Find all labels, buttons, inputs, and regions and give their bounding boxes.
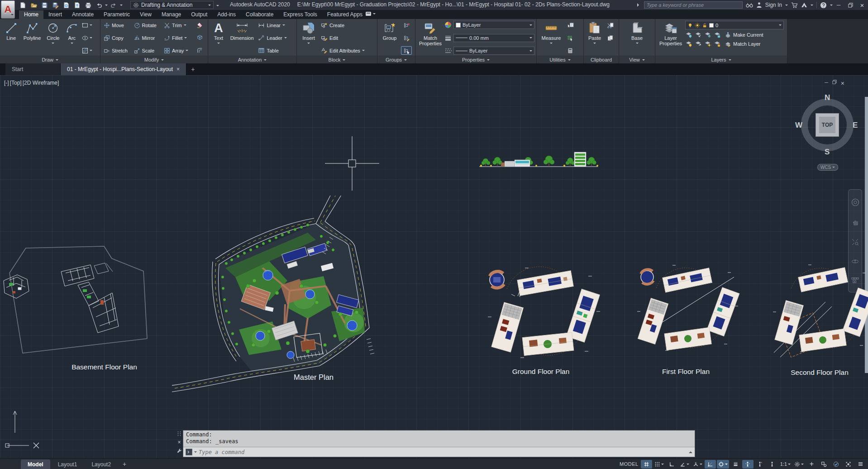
array-button[interactable]: Array xyxy=(162,46,193,55)
ribbon-tab-manage[interactable]: Manage xyxy=(157,10,186,19)
quick-calculator-button[interactable] xyxy=(565,46,576,55)
annotation-scale-icon-button[interactable] xyxy=(767,460,778,469)
group-edit-button[interactable] xyxy=(401,34,412,42)
crosshair-size-button[interactable]: + xyxy=(806,460,817,469)
panel-title-draw[interactable]: Draw xyxy=(0,56,100,63)
snap-toggle[interactable] xyxy=(653,460,665,469)
recent-commands-dropdown-icon[interactable] xyxy=(194,451,197,454)
rectangle-button[interactable] xyxy=(81,21,92,29)
model-tab[interactable]: Model xyxy=(21,459,50,469)
panel-title-clipboard[interactable]: Clipboard xyxy=(584,56,619,63)
layer-lock-button[interactable] xyxy=(714,31,721,38)
elevation-drawing[interactable] xyxy=(477,149,600,172)
save-to-web-button[interactable] xyxy=(72,1,82,10)
move-button[interactable]: Move xyxy=(102,21,132,29)
lineweight-list-icon[interactable] xyxy=(444,35,452,41)
help-icon[interactable] xyxy=(820,2,827,9)
viewcube[interactable]: N W E S TOP xyxy=(797,95,857,155)
undo-button[interactable] xyxy=(94,1,104,10)
first-floor-plan-drawing[interactable] xyxy=(634,261,742,365)
panel-title-utilities[interactable]: Utilities xyxy=(537,56,583,63)
grid-toggle[interactable] xyxy=(641,460,652,469)
erase-button[interactable] xyxy=(195,21,205,29)
open-from-web-button[interactable] xyxy=(62,1,71,10)
stretch-button[interactable]: Stretch xyxy=(102,46,132,55)
command-drag-handle[interactable] xyxy=(177,431,181,436)
annotation-scale-dropdown-icon[interactable] xyxy=(788,464,791,466)
panel-title-modify[interactable]: Modify xyxy=(100,56,208,63)
layer-properties-button[interactable]: Layer Properties xyxy=(657,20,684,55)
zoom-extents-icon[interactable] xyxy=(851,238,859,246)
ribbon-tab-home[interactable]: Home xyxy=(19,10,43,19)
viewcube-top-face[interactable]: TOP xyxy=(816,113,839,137)
minimize-button[interactable]: ─ xyxy=(833,0,844,10)
ungroup-button[interactable] xyxy=(401,21,412,29)
make-current-button[interactable]: Make Current xyxy=(723,31,765,38)
master-plan-drawing[interactable] xyxy=(172,196,462,395)
restore-button[interactable] xyxy=(844,0,856,10)
ribbon-tab-express-tools[interactable]: Express Tools xyxy=(278,10,322,19)
circle-button[interactable]: Circle xyxy=(44,20,62,55)
panel-title-view[interactable]: View xyxy=(619,56,655,63)
quick-select-button[interactable] xyxy=(565,21,576,29)
edit-block-button[interactable]: Edit xyxy=(320,34,375,42)
search-binoculars-icon[interactable] xyxy=(746,2,753,8)
viewport-view-control[interactable]: [Top] xyxy=(10,80,22,86)
ground-floor-plan-drawing[interactable] xyxy=(480,263,606,367)
layer-dropdown[interactable]: 0 xyxy=(685,21,784,29)
basement-floor-plan-drawing[interactable] xyxy=(0,242,158,373)
command-input[interactable] xyxy=(199,449,687,455)
pan-hand-icon[interactable] xyxy=(852,219,859,226)
second-floor-plan-drawing[interactable] xyxy=(770,258,868,369)
cut-button[interactable] xyxy=(605,21,615,29)
workspace-switching-button[interactable] xyxy=(793,460,805,469)
panel-title-groups[interactable]: Groups xyxy=(377,56,415,63)
user-icon[interactable] xyxy=(756,2,762,8)
fillet-button[interactable]: Fillet xyxy=(162,34,193,42)
annotation-autoscale-toggle[interactable] xyxy=(754,460,766,469)
undo-dropdown-icon[interactable] xyxy=(105,5,108,7)
leader-button[interactable]: Leader xyxy=(257,34,295,42)
layout2-tab[interactable]: Layout2 xyxy=(85,459,118,469)
customization-button[interactable] xyxy=(855,460,866,469)
save-button[interactable] xyxy=(40,1,49,10)
viewcube-west[interactable]: W xyxy=(795,121,802,130)
command-input-row[interactable] xyxy=(183,447,695,457)
doc-restore-icon[interactable] xyxy=(832,80,837,87)
first-plan-label[interactable]: First Floor Plan xyxy=(646,368,725,376)
doc-close-icon[interactable]: × xyxy=(841,80,844,87)
new-layout-button[interactable]: + xyxy=(119,459,130,469)
redo-button[interactable] xyxy=(109,1,119,10)
isodraft-toggle[interactable] xyxy=(692,460,704,469)
paste-button[interactable]: Paste xyxy=(586,20,604,55)
layer-on-button[interactable] xyxy=(685,40,692,47)
viewcube-south[interactable]: S xyxy=(825,148,830,157)
color-wheel-icon[interactable] xyxy=(444,21,452,29)
ground-plan-label[interactable]: Ground Floor Plan xyxy=(496,368,586,376)
viewport-visual-style-control[interactable]: [2D Wireframe] xyxy=(22,80,60,86)
snap-dropdown-icon[interactable] xyxy=(661,464,664,466)
polar-dropdown-icon[interactable] xyxy=(687,464,689,466)
wcs-dropdown[interactable]: WCS xyxy=(817,164,838,171)
isolate-objects-button[interactable] xyxy=(818,460,830,469)
ribbon-tab-view[interactable]: View xyxy=(135,10,157,19)
close-button[interactable]: × xyxy=(856,0,868,10)
rotate-button[interactable]: Rotate xyxy=(133,21,162,29)
workspace-extra-dropdown-icon[interactable] xyxy=(216,5,219,8)
polar-tracking-toggle[interactable] xyxy=(678,460,691,469)
lineweight-toggle[interactable] xyxy=(730,460,741,469)
redo-dropdown-icon[interactable] xyxy=(120,5,123,7)
text-button[interactable]: Text xyxy=(210,20,227,55)
full-navigation-wheel-icon[interactable] xyxy=(851,198,859,206)
insert-block-button[interactable]: Insert xyxy=(299,20,319,55)
linear-dimension-button[interactable]: Linear xyxy=(257,21,295,29)
ribbon-tab-output[interactable]: Output xyxy=(186,10,212,19)
polyline-button[interactable]: Polyline xyxy=(21,20,43,55)
master-plan-label[interactable]: Master Plan xyxy=(271,373,357,382)
copy-button[interactable]: Copy xyxy=(102,34,132,42)
dimension-button[interactable]: Dimension xyxy=(228,20,256,55)
object-snap-toggle[interactable] xyxy=(717,460,729,469)
doc-minimize-icon[interactable]: ─ xyxy=(825,80,828,87)
ribbon-collapse-button[interactable] xyxy=(365,11,376,16)
command-prompt-icon[interactable] xyxy=(186,449,192,455)
